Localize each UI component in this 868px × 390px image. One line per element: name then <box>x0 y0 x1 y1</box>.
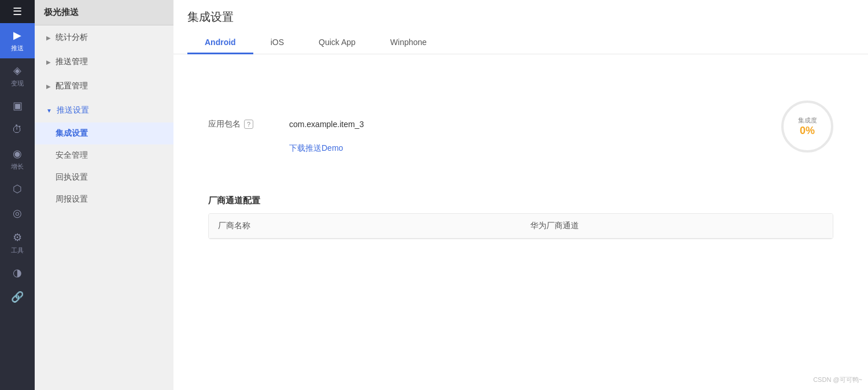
monitor-icon: ◎ <box>13 207 22 220</box>
tab-winphone[interactable]: Winphone <box>373 32 444 54</box>
sidebar-item-theme[interactable]: ◑ <box>0 261 35 285</box>
clock-icon: ⏱ <box>12 124 23 136</box>
growth-icon: ◉ <box>13 147 22 160</box>
hamburger-icon[interactable]: ☰ <box>13 5 22 18</box>
sidebar-item-clock[interactable]: ⏱ <box>0 118 35 142</box>
tab-quickapp[interactable]: Quick App <box>301 32 373 54</box>
store-icon: ▣ <box>13 99 23 112</box>
nav-group-push-mgmt: ▶ 推送管理 <box>35 50 173 74</box>
nav-group-item-config-mgmt[interactable]: ▶ 配置管理 <box>35 74 173 98</box>
main-content: 集成设置 Android iOS Quick App Winphone 应用包名… <box>173 0 868 390</box>
watermark: CSDN @可可鸭~ <box>813 376 862 384</box>
push-label: 推送 <box>11 44 24 53</box>
package-label: 应用包名 ? <box>208 119 278 129</box>
tools-label: 工具 <box>11 246 24 255</box>
sidebar-top: ☰ <box>0 0 35 23</box>
arrow-push-settings: ▼ <box>46 107 52 114</box>
config-mgmt-label: 配置管理 <box>56 81 88 91</box>
nav-group-item-stats[interactable]: ▶ 统计分析 <box>35 25 173 50</box>
package-value: com.example.item_3 <box>289 120 364 129</box>
form-row-package: 应用包名 ? com.example.item_3 <box>173 112 868 136</box>
stats-label: 统计分析 <box>56 32 88 43</box>
nav-sidebar: 极光推送 ▶ 统计分析 ▶ 推送管理 ▶ 配置管理 ▼ 推送设置 集成设置 安全… <box>35 0 173 390</box>
circle-title: 集成度 <box>798 116 817 125</box>
push-mgmt-label: 推送管理 <box>56 57 88 67</box>
integration-circle: 集成度 0% <box>781 101 833 153</box>
growth-label: 增长 <box>11 162 24 171</box>
vendor-table: 厂商名称 华为厂商通道 <box>208 213 833 239</box>
nav-group-item-push-mgmt[interactable]: ▶ 推送管理 <box>35 50 173 74</box>
push-icon: ▶ <box>13 29 21 42</box>
sidebar-item-plugin[interactable]: ⬡ <box>0 177 35 201</box>
sidebar-item-push[interactable]: ▶ 推送 <box>0 23 35 58</box>
download-demo-link[interactable]: 下载推送Demo <box>289 143 343 154</box>
page-title: 集成设置 <box>173 0 868 25</box>
help-icon[interactable]: ? <box>244 120 253 129</box>
nav-group-config-mgmt: ▶ 配置管理 <box>35 74 173 98</box>
circle-percent: 0% <box>800 125 815 137</box>
nav-group-push-settings: ▼ 推送设置 集成设置 安全管理 回执设置 周报设置 <box>35 98 173 210</box>
sidebar-item-growth[interactable]: ◉ 增长 <box>0 142 35 177</box>
section-heading-vendor: 厂商通道配置 <box>173 184 868 213</box>
nav-sub-item-callback[interactable]: 回执设置 <box>35 166 173 188</box>
nav-sub-item-weekly[interactable]: 周报设置 <box>35 188 173 210</box>
push-settings-label: 推送设置 <box>57 105 89 116</box>
tools-icon: ⚙ <box>13 231 22 244</box>
nav-sub-item-integration[interactable]: 集成设置 <box>35 122 173 144</box>
table-header-row: 厂商名称 华为厂商通道 <box>209 214 833 239</box>
monetize-label: 变现 <box>11 79 24 88</box>
link-icon: 🔗 <box>11 291 24 303</box>
plugin-icon: ⬡ <box>13 183 22 195</box>
icon-sidebar: ☰ ▶ 推送 ◈ 变现 ▣ ⏱ ◉ 增长 ⬡ ◎ ⚙ 工具 ◑ 🔗 <box>0 0 35 390</box>
arrow-push-mgmt: ▶ <box>46 59 51 65</box>
sidebar-item-link[interactable]: 🔗 <box>0 285 35 309</box>
nav-group-item-push-settings[interactable]: ▼ 推送设置 <box>35 98 173 122</box>
nav-group-stats: ▶ 统计分析 <box>35 25 173 50</box>
content-inner: 应用包名 ? com.example.item_3 下载推送Demo 集成度 0… <box>173 54 868 390</box>
sidebar-item-tools[interactable]: ⚙ 工具 <box>0 225 35 261</box>
sidebar-item-monetize[interactable]: ◈ 变现 <box>0 58 35 94</box>
tab-bar: Android iOS Quick App Winphone <box>173 32 868 54</box>
theme-icon: ◑ <box>13 266 22 279</box>
tab-ios[interactable]: iOS <box>253 32 301 54</box>
tab-android[interactable]: Android <box>187 32 253 54</box>
sidebar-item-store[interactable]: ▣ <box>0 94 35 118</box>
nav-sub-item-security[interactable]: 安全管理 <box>35 144 173 166</box>
nav-sidebar-header: 极光推送 <box>35 0 173 25</box>
content-area: 应用包名 ? com.example.item_3 下载推送Demo 集成度 0… <box>173 54 868 390</box>
arrow-config-mgmt: ▶ <box>46 83 51 90</box>
sidebar-item-monitor[interactable]: ◎ <box>0 201 35 225</box>
monetize-icon: ◈ <box>13 64 21 77</box>
table-header-huawei-channel: 华为厂商通道 <box>521 214 833 238</box>
arrow-stats: ▶ <box>46 35 51 41</box>
table-header-vendor-name: 厂商名称 <box>209 214 521 238</box>
form-row-download: 下载推送Demo <box>173 136 868 161</box>
